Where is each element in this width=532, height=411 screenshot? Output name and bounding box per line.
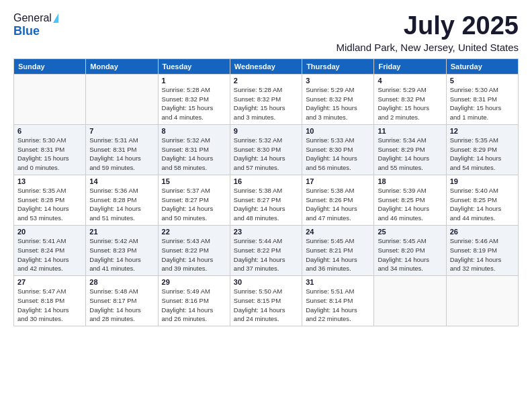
day-number: 20 <box>17 228 82 236</box>
calendar-header-row: Sunday Monday Tuesday Wednesday Thursday… <box>14 58 519 74</box>
day-number: 23 <box>234 228 298 236</box>
table-row: 14Sunrise: 5:36 AM Sunset: 8:28 PM Dayli… <box>86 175 158 225</box>
day-number: 21 <box>89 228 154 236</box>
col-sunday: Sunday <box>14 58 86 74</box>
day-number: 16 <box>234 177 298 185</box>
table-row: 13Sunrise: 5:35 AM Sunset: 8:28 PM Dayli… <box>14 175 86 225</box>
day-number: 28 <box>89 278 154 286</box>
day-number: 30 <box>234 278 298 286</box>
page: General Blue July 2025 Midland Park, New… <box>0 0 532 411</box>
col-tuesday: Tuesday <box>158 58 230 74</box>
calendar-week-row: 1Sunrise: 5:28 AM Sunset: 8:32 PM Daylig… <box>14 74 519 124</box>
table-row: 9Sunrise: 5:32 AM Sunset: 8:30 PM Daylig… <box>230 124 302 175</box>
col-monday: Monday <box>86 58 158 74</box>
table-row: 4Sunrise: 5:29 AM Sunset: 8:32 PM Daylig… <box>374 74 446 124</box>
day-info: Sunrise: 5:45 AM Sunset: 8:20 PM Dayligh… <box>378 236 442 273</box>
table-row: 30Sunrise: 5:50 AM Sunset: 8:15 PM Dayli… <box>230 276 302 326</box>
table-row: 27Sunrise: 5:47 AM Sunset: 8:18 PM Dayli… <box>14 276 86 326</box>
day-info: Sunrise: 5:42 AM Sunset: 8:23 PM Dayligh… <box>89 236 154 273</box>
calendar-table: Sunday Monday Tuesday Wednesday Thursday… <box>13 58 519 326</box>
col-thursday: Thursday <box>302 58 374 74</box>
day-number: 13 <box>17 177 82 185</box>
calendar-week-row: 6Sunrise: 5:30 AM Sunset: 8:31 PM Daylig… <box>14 124 519 175</box>
day-info: Sunrise: 5:40 AM Sunset: 8:25 PM Dayligh… <box>450 186 515 223</box>
day-info: Sunrise: 5:32 AM Sunset: 8:30 PM Dayligh… <box>234 136 298 173</box>
day-info: Sunrise: 5:35 AM Sunset: 8:28 PM Dayligh… <box>17 186 82 223</box>
day-number: 22 <box>162 228 226 236</box>
day-number: 26 <box>450 228 515 236</box>
day-info: Sunrise: 5:48 AM Sunset: 8:17 PM Dayligh… <box>89 287 154 324</box>
table-row: 15Sunrise: 5:37 AM Sunset: 8:27 PM Dayli… <box>158 175 230 225</box>
col-saturday: Saturday <box>446 58 518 74</box>
day-number: 4 <box>378 77 442 85</box>
table-row <box>86 74 158 124</box>
table-row: 10Sunrise: 5:33 AM Sunset: 8:30 PM Dayli… <box>302 124 374 175</box>
day-number: 19 <box>450 177 515 185</box>
day-info: Sunrise: 5:29 AM Sunset: 8:32 PM Dayligh… <box>378 85 442 122</box>
day-info: Sunrise: 5:32 AM Sunset: 8:31 PM Dayligh… <box>162 136 226 173</box>
day-info: Sunrise: 5:50 AM Sunset: 8:15 PM Dayligh… <box>234 287 298 324</box>
day-info: Sunrise: 5:31 AM Sunset: 8:31 PM Dayligh… <box>89 136 154 173</box>
day-info: Sunrise: 5:44 AM Sunset: 8:22 PM Dayligh… <box>234 236 298 273</box>
day-info: Sunrise: 5:51 AM Sunset: 8:14 PM Dayligh… <box>306 287 370 324</box>
table-row: 1Sunrise: 5:28 AM Sunset: 8:32 PM Daylig… <box>158 74 230 124</box>
day-info: Sunrise: 5:28 AM Sunset: 8:32 PM Dayligh… <box>234 85 298 122</box>
day-number: 18 <box>378 177 442 185</box>
table-row: 25Sunrise: 5:45 AM Sunset: 8:20 PM Dayli… <box>374 225 446 275</box>
day-info: Sunrise: 5:38 AM Sunset: 8:26 PM Dayligh… <box>306 186 370 223</box>
table-row: 28Sunrise: 5:48 AM Sunset: 8:17 PM Dayli… <box>86 276 158 326</box>
day-number: 15 <box>162 177 226 185</box>
logo-blue: Blue <box>13 24 40 38</box>
day-info: Sunrise: 5:33 AM Sunset: 8:30 PM Dayligh… <box>306 136 370 173</box>
calendar-week-row: 13Sunrise: 5:35 AM Sunset: 8:28 PM Dayli… <box>14 175 519 225</box>
day-number: 25 <box>378 228 442 236</box>
day-number: 29 <box>162 278 226 286</box>
day-number: 7 <box>89 127 154 135</box>
month-title: July 2025 <box>336 12 519 40</box>
day-number: 24 <box>306 228 370 236</box>
table-row: 18Sunrise: 5:39 AM Sunset: 8:25 PM Dayli… <box>374 175 446 225</box>
location-title: Midland Park, New Jersey, United States <box>336 42 519 53</box>
day-info: Sunrise: 5:39 AM Sunset: 8:25 PM Dayligh… <box>378 186 442 223</box>
calendar-week-row: 20Sunrise: 5:41 AM Sunset: 8:24 PM Dayli… <box>14 225 519 275</box>
day-info: Sunrise: 5:37 AM Sunset: 8:27 PM Dayligh… <box>162 186 226 223</box>
day-info: Sunrise: 5:38 AM Sunset: 8:27 PM Dayligh… <box>234 186 298 223</box>
table-row: 17Sunrise: 5:38 AM Sunset: 8:26 PM Dayli… <box>302 175 374 225</box>
day-number: 5 <box>450 77 515 85</box>
table-row: 20Sunrise: 5:41 AM Sunset: 8:24 PM Dayli… <box>14 225 86 275</box>
table-row <box>14 74 86 124</box>
table-row: 5Sunrise: 5:30 AM Sunset: 8:31 PM Daylig… <box>446 74 518 124</box>
day-number: 14 <box>89 177 154 185</box>
day-number: 10 <box>306 127 370 135</box>
day-info: Sunrise: 5:30 AM Sunset: 8:31 PM Dayligh… <box>17 136 82 173</box>
day-number: 3 <box>306 77 370 85</box>
header: General Blue July 2025 Midland Park, New… <box>13 12 519 53</box>
day-info: Sunrise: 5:41 AM Sunset: 8:24 PM Dayligh… <box>17 236 82 273</box>
table-row: 21Sunrise: 5:42 AM Sunset: 8:23 PM Dayli… <box>86 225 158 275</box>
day-number: 27 <box>17 278 82 286</box>
table-row: 6Sunrise: 5:30 AM Sunset: 8:31 PM Daylig… <box>14 124 86 175</box>
day-number: 2 <box>234 77 298 85</box>
col-wednesday: Wednesday <box>230 58 302 74</box>
day-number: 31 <box>306 278 370 286</box>
table-row: 24Sunrise: 5:45 AM Sunset: 8:21 PM Dayli… <box>302 225 374 275</box>
table-row: 3Sunrise: 5:29 AM Sunset: 8:32 PM Daylig… <box>302 74 374 124</box>
table-row <box>446 276 518 326</box>
table-row: 22Sunrise: 5:43 AM Sunset: 8:22 PM Dayli… <box>158 225 230 275</box>
table-row: 7Sunrise: 5:31 AM Sunset: 8:31 PM Daylig… <box>86 124 158 175</box>
table-row: 31Sunrise: 5:51 AM Sunset: 8:14 PM Dayli… <box>302 276 374 326</box>
title-block: July 2025 Midland Park, New Jersey, Unit… <box>336 12 519 53</box>
day-info: Sunrise: 5:49 AM Sunset: 8:16 PM Dayligh… <box>162 287 226 324</box>
day-number: 9 <box>234 127 298 135</box>
day-info: Sunrise: 5:36 AM Sunset: 8:28 PM Dayligh… <box>89 186 154 223</box>
logo-triangle-icon <box>53 13 58 23</box>
day-info: Sunrise: 5:30 AM Sunset: 8:31 PM Dayligh… <box>450 85 515 122</box>
day-info: Sunrise: 5:46 AM Sunset: 8:19 PM Dayligh… <box>450 236 515 273</box>
table-row: 26Sunrise: 5:46 AM Sunset: 8:19 PM Dayli… <box>446 225 518 275</box>
day-info: Sunrise: 5:45 AM Sunset: 8:21 PM Dayligh… <box>306 236 370 273</box>
table-row: 16Sunrise: 5:38 AM Sunset: 8:27 PM Dayli… <box>230 175 302 225</box>
table-row: 19Sunrise: 5:40 AM Sunset: 8:25 PM Dayli… <box>446 175 518 225</box>
day-info: Sunrise: 5:43 AM Sunset: 8:22 PM Dayligh… <box>162 236 226 273</box>
day-info: Sunrise: 5:29 AM Sunset: 8:32 PM Dayligh… <box>306 85 370 122</box>
day-number: 17 <box>306 177 370 185</box>
